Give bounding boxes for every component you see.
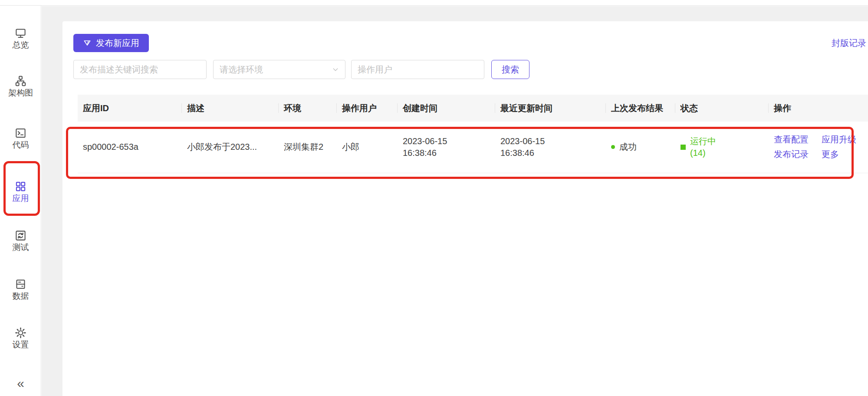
terminal-icon xyxy=(15,127,26,139)
publish-record-link[interactable]: 发布记录 xyxy=(774,148,809,160)
cell-updated-at: 2023-06-15 16:38:46 xyxy=(495,122,606,173)
col-header-description: 描述 xyxy=(182,95,279,122)
sidebar-item-overview[interactable]: 总览 xyxy=(0,27,41,50)
table-row: sp00002-653a 小郎发布于2023... 深圳集群2 小郎 2023-… xyxy=(78,122,868,173)
sitemap-icon xyxy=(15,75,26,87)
cell-app-id: sp00002-653a xyxy=(78,122,182,173)
sidebar-item-settings[interactable]: 设置 xyxy=(0,327,41,350)
status-count: (14) xyxy=(690,147,716,159)
app-grid-icon xyxy=(15,181,26,192)
env-select[interactable]: 请选择环境 xyxy=(213,60,345,79)
publish-new-app-label: 发布新应用 xyxy=(96,37,139,49)
top-strip xyxy=(0,0,868,6)
toolbar: 发布新应用 封版记录 xyxy=(73,34,868,52)
cell-operator: 小郎 xyxy=(337,122,398,173)
monitor-icon xyxy=(15,27,26,39)
app-upgrade-link[interactable]: 应用升级 xyxy=(822,134,856,145)
status-label: 运行中 xyxy=(690,135,716,147)
cell-created-at: 2023-06-15 16:38:46 xyxy=(398,122,495,173)
seal-record-link[interactable]: 封版记录 xyxy=(832,37,866,49)
sidebar-item-label: 数据 xyxy=(13,291,29,301)
col-header-created: 创建时间 xyxy=(398,95,495,122)
col-header-app-id: 应用ID xyxy=(78,95,182,122)
cell-last-publish-result: 成功 xyxy=(606,122,675,173)
keyword-search-input[interactable] xyxy=(73,60,207,79)
send-icon xyxy=(83,39,92,47)
apps-table: 应用ID 描述 环境 操作用户 创建时间 最近更新时间 上次发布结果 状态 操作 xyxy=(67,95,868,173)
server-icon xyxy=(15,278,26,290)
col-header-status: 状态 xyxy=(675,95,769,122)
sidebar-collapse-button[interactable]: « xyxy=(0,377,41,390)
cell-env: 深圳集群2 xyxy=(279,122,337,173)
sidebar-item-label: 测试 xyxy=(13,243,29,253)
content-card: 发布新应用 封版记录 请选择环境 搜索 xyxy=(62,21,868,396)
success-dot-icon xyxy=(611,145,615,149)
gear-icon xyxy=(15,327,26,339)
sidebar-item-code[interactable]: 代码 xyxy=(0,127,41,150)
sidebar-item-label: 应用 xyxy=(13,194,29,204)
search-button[interactable]: 搜索 xyxy=(491,60,529,79)
sidebar: 总览 架构图 代码 应用 xyxy=(0,6,41,396)
cell-actions: 查看配置 应用升级 发布记录 更多 xyxy=(769,122,868,173)
col-header-env: 环境 xyxy=(279,95,337,122)
col-header-updated: 最近更新时间 xyxy=(495,95,606,122)
sidebar-item-label: 架构图 xyxy=(8,88,33,98)
more-link[interactable]: 更多 xyxy=(822,148,856,160)
col-header-last-result: 上次发布结果 xyxy=(606,95,675,122)
table-header-row: 应用ID 描述 环境 操作用户 创建时间 最近更新时间 上次发布结果 状态 操作 xyxy=(78,95,868,122)
view-config-link[interactable]: 查看配置 xyxy=(774,134,809,145)
repeat-icon xyxy=(15,230,26,241)
sidebar-item-test[interactable]: 测试 xyxy=(0,230,41,253)
env-select-placeholder: 请选择环境 xyxy=(220,64,263,76)
sidebar-item-label: 总览 xyxy=(13,40,29,50)
main-area: 发布新应用 封版记录 请选择环境 搜索 xyxy=(42,6,868,396)
sidebar-item-data[interactable]: 数据 xyxy=(0,278,41,301)
sidebar-item-label: 代码 xyxy=(13,140,29,150)
chevron-down-icon xyxy=(332,66,339,73)
sidebar-item-apps[interactable]: 应用 xyxy=(0,181,41,204)
col-header-actions: 操作 xyxy=(769,95,868,122)
operator-user-input[interactable] xyxy=(351,60,484,79)
running-square-icon xyxy=(681,145,686,150)
col-header-operator: 操作用户 xyxy=(337,95,398,122)
cell-status: 运行中 (14) xyxy=(675,122,769,173)
sidebar-item-architecture[interactable]: 架构图 xyxy=(0,75,41,98)
cell-description: 小郎发布于2023... xyxy=(182,122,279,173)
publish-new-app-button[interactable]: 发布新应用 xyxy=(73,34,149,52)
filter-bar: 请选择环境 搜索 xyxy=(73,60,868,79)
sidebar-item-label: 设置 xyxy=(13,340,29,350)
